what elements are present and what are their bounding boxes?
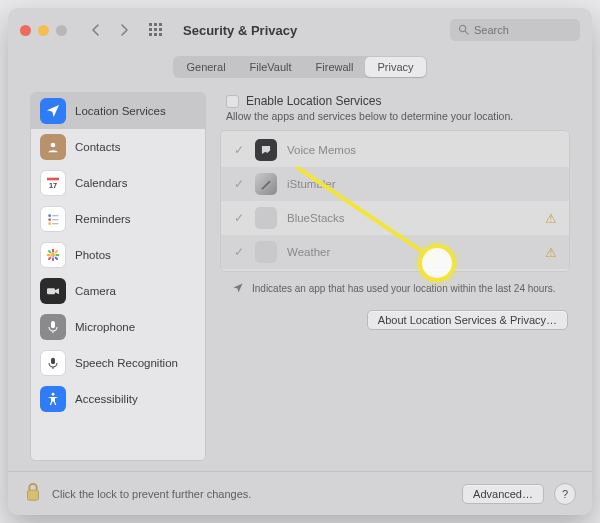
- window-controls: [20, 25, 67, 36]
- app-name: Voice Memos: [287, 144, 356, 156]
- content-area: Location Services Contacts 17 Calendars …: [8, 78, 592, 471]
- app-row: ✓ BlueStacks ⚠︎: [221, 201, 569, 235]
- svg-rect-2: [159, 23, 162, 26]
- location-usage-hint: Indicates an app that has used your loca…: [220, 272, 570, 304]
- check-icon: ✓: [233, 211, 245, 225]
- app-name: Weather: [287, 246, 330, 258]
- svg-line-24: [56, 258, 57, 259]
- search-field[interactable]: [450, 19, 580, 41]
- check-icon: ✓: [233, 245, 245, 259]
- svg-line-10: [465, 31, 468, 34]
- svg-rect-3: [149, 28, 152, 31]
- app-permissions-list: ✓ Voice Memos ✓ iStumbler ✓ BlueS: [220, 130, 570, 272]
- photos-icon: [40, 242, 66, 268]
- sidebar-item-label: Location Services: [75, 105, 166, 117]
- svg-line-28: [49, 251, 50, 252]
- sidebar-item-microphone[interactable]: Microphone: [31, 309, 205, 345]
- app-row: ✓ Weather ⚠︎: [221, 235, 569, 269]
- svg-rect-15: [52, 215, 58, 216]
- svg-line-22: [56, 251, 57, 252]
- sidebar-item-speech-recognition[interactable]: Speech Recognition: [31, 345, 205, 381]
- app-icon: [255, 207, 277, 229]
- app-name: iStumbler: [287, 178, 336, 190]
- location-icon: [40, 98, 66, 124]
- svg-rect-17: [52, 219, 58, 220]
- app-row: ✓ Voice Memos: [221, 133, 569, 167]
- svg-text:17: 17: [49, 181, 57, 190]
- svg-rect-4: [154, 28, 157, 31]
- warning-icon: ⚠︎: [545, 211, 557, 226]
- svg-rect-8: [159, 33, 162, 36]
- sidebar-item-label: Camera: [75, 285, 116, 297]
- lock-icon[interactable]: [24, 482, 42, 506]
- window-title: Security & Privacy: [183, 23, 297, 38]
- svg-rect-5: [159, 28, 162, 31]
- app-icon: [255, 241, 277, 263]
- sidebar-item-label: Accessibility: [75, 393, 138, 405]
- svg-rect-31: [51, 358, 55, 365]
- about-location-button[interactable]: About Location Services & Privacy…: [367, 310, 568, 330]
- svg-point-32: [52, 393, 55, 396]
- sidebar-item-contacts[interactable]: Contacts: [31, 129, 205, 165]
- microphone-icon: [40, 314, 66, 340]
- svg-rect-6: [149, 33, 152, 36]
- sidebar-item-calendars[interactable]: 17 Calendars: [31, 165, 205, 201]
- warning-icon: ⚠︎: [545, 245, 557, 260]
- enable-location-row: Enable Location Services: [220, 92, 570, 108]
- tab-privacy[interactable]: Privacy: [365, 57, 425, 77]
- app-row: ✓ iStumbler: [221, 167, 569, 201]
- titlebar: Security & Privacy: [8, 8, 592, 52]
- hint-text: Indicates an app that has used your loca…: [252, 282, 556, 298]
- zoom-window-button[interactable]: [56, 25, 67, 36]
- sidebar-item-label: Contacts: [75, 141, 120, 153]
- svg-rect-30: [51, 321, 55, 328]
- sidebar-item-label: Speech Recognition: [75, 357, 178, 369]
- contacts-icon: [40, 134, 66, 160]
- show-all-button[interactable]: [145, 19, 167, 41]
- preferences-window: Security & Privacy General FileVault Fir…: [8, 8, 592, 515]
- calendar-icon: 17: [40, 170, 66, 196]
- sidebar-item-location-services[interactable]: Location Services: [31, 93, 205, 129]
- svg-rect-19: [52, 223, 58, 224]
- svg-rect-1: [154, 23, 157, 26]
- svg-rect-7: [154, 33, 157, 36]
- svg-point-11: [51, 143, 56, 148]
- tab-filevault[interactable]: FileVault: [238, 57, 304, 77]
- svg-point-20: [51, 253, 55, 257]
- svg-point-14: [48, 214, 51, 217]
- speech-icon: [40, 350, 66, 376]
- close-window-button[interactable]: [20, 25, 31, 36]
- footer: Click the lock to prevent further change…: [8, 471, 592, 515]
- forward-button[interactable]: [113, 19, 135, 41]
- sidebar-item-label: Photos: [75, 249, 111, 261]
- svg-point-9: [459, 25, 465, 31]
- minimize-window-button[interactable]: [38, 25, 49, 36]
- svg-line-26: [49, 258, 50, 259]
- reminders-icon: [40, 206, 66, 232]
- back-button[interactable]: [85, 19, 107, 41]
- check-icon: ✓: [233, 143, 245, 157]
- search-input[interactable]: [474, 24, 572, 36]
- advanced-button[interactable]: Advanced…: [462, 484, 544, 504]
- enable-location-description: Allow the apps and services below to det…: [220, 108, 570, 130]
- tab-general[interactable]: General: [174, 57, 237, 77]
- camera-icon: [40, 278, 66, 304]
- svg-point-16: [48, 218, 51, 221]
- privacy-category-sidebar: Location Services Contacts 17 Calendars …: [30, 92, 206, 461]
- sidebar-item-photos[interactable]: Photos: [31, 237, 205, 273]
- enable-location-checkbox[interactable]: [226, 95, 239, 108]
- tab-bar: General FileVault Firewall Privacy: [8, 56, 592, 78]
- tab-firewall[interactable]: Firewall: [304, 57, 366, 77]
- help-button[interactable]: ?: [554, 483, 576, 505]
- check-icon: ✓: [233, 177, 245, 191]
- svg-rect-0: [149, 23, 152, 26]
- sidebar-item-camera[interactable]: Camera: [31, 273, 205, 309]
- svg-rect-29: [47, 288, 55, 294]
- svg-point-18: [48, 222, 51, 225]
- sidebar-item-accessibility[interactable]: Accessibility: [31, 381, 205, 417]
- sidebar-item-label: Microphone: [75, 321, 135, 333]
- svg-rect-12: [47, 178, 59, 181]
- enable-location-label: Enable Location Services: [246, 94, 381, 108]
- sidebar-item-reminders[interactable]: Reminders: [31, 201, 205, 237]
- lock-text: Click the lock to prevent further change…: [52, 488, 251, 500]
